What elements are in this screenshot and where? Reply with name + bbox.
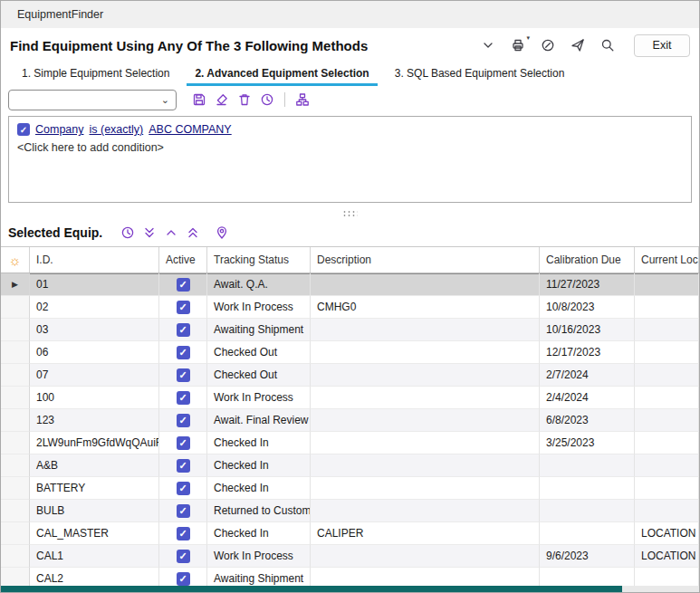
location-button[interactable] [213, 223, 231, 243]
column-header-tracking-status[interactable]: Tracking Status [207, 247, 311, 273]
cell-id[interactable]: A&B [30, 454, 159, 477]
cell-id[interactable]: 07 [30, 364, 159, 387]
table-row[interactable]: CAL_MASTER✓Checked InCALIPERLOCATION 1 [1, 522, 699, 545]
filter-history-button[interactable] [258, 90, 276, 110]
cell-id[interactable]: 100 [30, 387, 159, 409]
condition-value-link[interactable]: ABC COMPANY [149, 123, 231, 136]
table-row[interactable]: 123✓Await. Final Review6/8/2023 [1, 409, 699, 432]
active-checkbox[interactable]: ✓ [177, 346, 190, 359]
cell-active[interactable]: ✓ [159, 296, 207, 319]
row-selector[interactable] [1, 477, 30, 500]
cell-current-location[interactable] [635, 432, 699, 454]
column-header-description[interactable]: Description [311, 247, 540, 273]
cell-calibration-due[interactable] [540, 454, 635, 477]
cell-calibration-due[interactable]: 11/27/2023 [540, 273, 635, 296]
cell-current-location[interactable] [635, 273, 699, 296]
row-selector[interactable] [1, 522, 30, 545]
cell-description[interactable] [311, 387, 540, 409]
tab-sql-based-equipment-selection[interactable]: 3. SQL Based Equipment Selection [387, 62, 573, 86]
cell-current-location[interactable]: LOCATION 1 [635, 522, 699, 545]
cell-current-location[interactable] [635, 500, 699, 522]
cell-id[interactable]: 06 [30, 341, 159, 364]
cell-id[interactable]: CAL_MASTER [30, 522, 159, 545]
cell-calibration-due[interactable] [540, 522, 635, 545]
cell-description[interactable] [311, 341, 540, 364]
cell-calibration-due[interactable]: 2/7/2024 [540, 364, 635, 387]
cell-tracking-status[interactable]: Returned to Customer [207, 500, 311, 522]
cell-tracking-status[interactable]: Work In Process [207, 387, 311, 409]
cell-calibration-due[interactable]: 12/17/2023 [540, 341, 635, 364]
cell-calibration-due[interactable] [540, 477, 635, 500]
cell-tracking-status[interactable]: Awaiting Shipment [207, 319, 311, 341]
cell-current-location[interactable] [635, 319, 699, 341]
condition-operator-link[interactable]: is (exactly) [90, 123, 144, 136]
cell-description[interactable] [311, 500, 540, 522]
table-row[interactable]: BULB✓Returned to Customer [1, 500, 699, 522]
active-checkbox[interactable]: ✓ [177, 436, 190, 450]
cell-active[interactable]: ✓ [159, 522, 207, 545]
cell-active[interactable]: ✓ [159, 432, 207, 454]
titlebar[interactable]: EquipmentFinder [1, 1, 699, 28]
move-up-button[interactable] [162, 223, 180, 243]
active-checkbox[interactable]: ✓ [177, 459, 190, 473]
cell-tracking-status[interactable]: Work In Process [207, 296, 311, 319]
cell-id[interactable]: BATTERY [30, 477, 159, 500]
cell-current-location[interactable] [635, 364, 699, 387]
cell-calibration-due[interactable]: 10/8/2023 [540, 296, 635, 319]
cell-active[interactable]: ✓ [159, 409, 207, 432]
cell-calibration-due[interactable]: 6/8/2023 [540, 409, 635, 432]
cell-active[interactable]: ✓ [159, 477, 207, 500]
row-selector[interactable] [1, 432, 30, 454]
cell-tracking-status[interactable]: Checked In [207, 454, 311, 477]
cell-calibration-due[interactable]: 3/25/2023 [540, 432, 635, 454]
move-all-down-button[interactable] [140, 223, 158, 243]
table-row[interactable]: A&B✓Checked In [1, 454, 699, 477]
cell-active[interactable]: ✓ [159, 319, 207, 341]
table-row[interactable]: 03✓Awaiting Shipment10/16/2023 [1, 319, 699, 341]
cell-description[interactable] [311, 432, 540, 454]
cell-description[interactable] [311, 364, 540, 387]
table-row[interactable]: CAL1✓Work In Process9/6/2023LOCATION 1 [1, 545, 699, 568]
cell-current-location[interactable] [635, 387, 699, 409]
table-row[interactable]: 2LW9unFm9GfdWqQAuiF✓Checked In3/25/2023 [1, 432, 699, 454]
history-button[interactable] [119, 223, 137, 243]
table-row[interactable]: 100✓Work In Process2/4/2024 [1, 387, 699, 409]
add-condition-link[interactable]: <Click here to add condition> [17, 141, 683, 154]
cell-active[interactable]: ✓ [159, 273, 207, 296]
search-button[interactable] [599, 35, 617, 55]
cell-current-location[interactable] [635, 454, 699, 477]
row-selector[interactable] [1, 341, 30, 364]
horizontal-scrollbar[interactable] [1, 586, 699, 592]
cell-active[interactable]: ✓ [159, 341, 207, 364]
cell-current-location[interactable] [635, 409, 699, 432]
cell-tracking-status[interactable]: Checked In [207, 522, 311, 545]
clear-filter-button[interactable] [213, 90, 231, 110]
cell-current-location[interactable]: LOCATION 1 [635, 545, 699, 568]
collapse-ribbon-button[interactable] [479, 35, 497, 55]
row-selector[interactable] [1, 500, 30, 522]
saved-filter-combobox[interactable]: ⌄ [8, 90, 177, 110]
cell-description[interactable]: CALIPER [311, 522, 540, 545]
cell-tracking-status[interactable]: Checked Out [207, 341, 311, 364]
active-checkbox[interactable]: ✓ [177, 572, 190, 586]
print-button[interactable]: ▾ [509, 35, 527, 55]
cell-description[interactable] [311, 409, 540, 432]
cell-tracking-status[interactable]: Await. Final Review [207, 409, 311, 432]
row-selector[interactable] [1, 409, 30, 432]
condition-checkbox[interactable]: ✓ [17, 123, 30, 136]
save-filter-button[interactable] [190, 90, 208, 110]
column-header-calibration-due[interactable]: Calibration Due [540, 247, 635, 273]
cell-description[interactable] [311, 273, 540, 296]
cell-description[interactable] [311, 454, 540, 477]
cell-description[interactable]: CMHG0 [311, 296, 540, 319]
cell-id[interactable]: BULB [30, 500, 159, 522]
filter-condition-panel[interactable]: ✓ Company is (exactly) ABC COMPANY <Clic… [8, 116, 692, 203]
row-selector[interactable] [1, 319, 30, 341]
cell-active[interactable]: ✓ [159, 500, 207, 522]
cell-tracking-status[interactable]: Work In Process [207, 545, 311, 568]
cell-id[interactable]: 02 [30, 296, 159, 319]
tab-advanced-equipment-selection[interactable]: 2. Advanced Equipment Selection [187, 62, 377, 86]
column-header-active[interactable]: Active [159, 247, 207, 273]
cell-current-location[interactable] [635, 296, 699, 319]
active-checkbox[interactable]: ✓ [177, 550, 190, 563]
